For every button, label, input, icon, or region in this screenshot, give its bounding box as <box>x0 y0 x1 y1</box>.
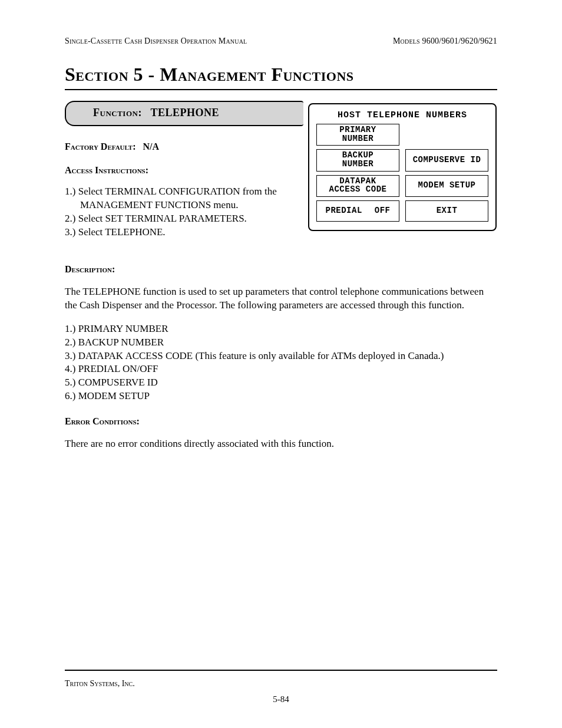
page: Single-Cassette Cash Dispenser Operation… <box>0 0 562 728</box>
access-item-1: 1.) Select TERMINAL CONFIGURATION from t… <box>65 185 303 199</box>
screen-button-grid: PRIMARY NUMBER BACKUP NUMBER COMPUSERVE … <box>316 124 488 222</box>
factory-default: Factory Default: N/A <box>65 141 303 152</box>
desc-item-6: 6.) MODEM SETUP <box>65 390 497 403</box>
access-instructions-label: Access Instructions: <box>65 165 303 176</box>
footer-rule <box>65 670 497 671</box>
factory-default-label: Factory Default: <box>65 141 136 151</box>
desc-item-4: 4.) PREDIAL ON/OFF <box>65 363 497 376</box>
primary-number-button[interactable]: PRIMARY NUMBER <box>316 124 399 146</box>
left-column: Function: TELEPHONE Factory Default: N/A… <box>65 101 303 239</box>
page-footer: Triton Systems, Inc. 5-84 <box>65 670 497 704</box>
error-conditions-label: Error Conditions: <box>65 416 497 427</box>
description-list: 1.) PRIMARY NUMBER 2.) BACKUP NUMBER 3.)… <box>65 322 497 404</box>
function-bar: Function: TELEPHONE <box>65 101 303 126</box>
desc-item-3: 3.) DATAPAK ACCESS CODE (This feature is… <box>65 350 497 363</box>
header-left: Single-Cassette Cash Dispenser Operation… <box>65 37 247 46</box>
description-paragraph: The TELEPHONE function is used to set up… <box>65 285 497 312</box>
function-value: TELEPHONE <box>151 107 220 118</box>
title-rule <box>65 89 497 90</box>
predial-toggle-button[interactable]: PREDIAL OFF <box>316 200 399 222</box>
desc-item-2: 2.) BACKUP NUMBER <box>65 336 497 350</box>
access-instructions-list: 1.) Select TERMINAL CONFIGURATION from t… <box>65 185 303 239</box>
description-label: Description: <box>65 264 497 275</box>
screen-title: HOST TELEPHONE NUMBERS <box>316 110 488 120</box>
access-item-3: 3.) Select TELEPHONE. <box>65 226 303 239</box>
header-right: Models 9600/9601/9620/9621 <box>393 37 497 46</box>
factory-default-value: N/A <box>143 141 160 151</box>
screen-panel: HOST TELEPHONE NUMBERS PRIMARY NUMBER BA… <box>308 103 497 231</box>
modem-setup-button[interactable]: MODEM SETUP <box>405 175 488 197</box>
datapak-access-code-button[interactable]: DATAPAK ACCESS CODE <box>316 175 399 197</box>
access-item-2: 2.) Select SET TERMINAL PARAMETERS. <box>65 212 303 226</box>
error-conditions-text: There are no error conditions directly a… <box>65 437 497 451</box>
desc-item-1: 1.) PRIMARY NUMBER <box>65 322 497 336</box>
top-block: Function: TELEPHONE Factory Default: N/A… <box>65 101 497 239</box>
footer-company: Triton Systems, Inc. <box>65 679 497 689</box>
footer-page-number: 5-84 <box>65 694 497 704</box>
compuserve-id-button[interactable]: COMPUSERVE ID <box>405 149 488 171</box>
empty-cell <box>405 124 488 146</box>
section-title: Section 5 - Management Functions <box>65 64 497 85</box>
access-item-1b: MANAGEMENT FUNCTIONS menu. <box>65 199 303 212</box>
function-label: Function: <box>93 107 142 118</box>
desc-item-5: 5.) COMPUSERVE ID <box>65 376 497 390</box>
exit-button[interactable]: EXIT <box>405 200 488 222</box>
backup-number-button[interactable]: BACKUP NUMBER <box>316 149 399 171</box>
page-header: Single-Cassette Cash Dispenser Operation… <box>65 37 497 46</box>
